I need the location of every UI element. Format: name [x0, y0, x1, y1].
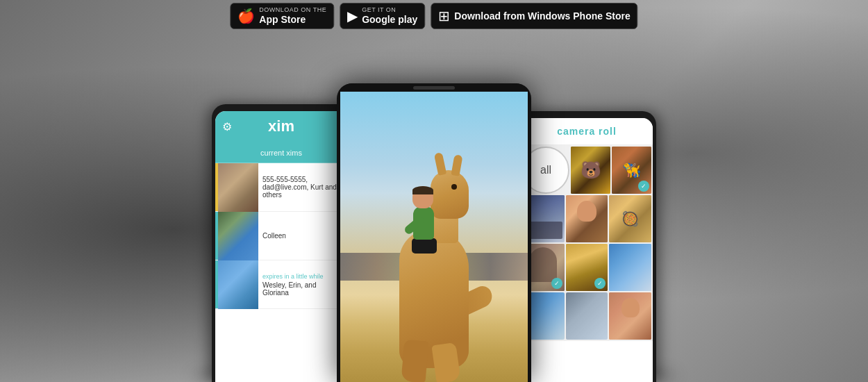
grid-cell[interactable]	[566, 195, 608, 242]
store-badges-container: 🍎 Download on the App Store ▶ GET IT ON …	[230, 0, 637, 32]
googleplay-large-label: Google play	[362, 14, 417, 26]
grid-cell[interactable]	[609, 292, 651, 340]
center-phone	[337, 83, 531, 382]
grid-row: all 🐻 🐾 ✓	[522, 147, 651, 194]
camera-roll-title: camera roll	[557, 126, 617, 137]
contact-thumbnail	[218, 212, 258, 260]
contact-info: Colleen	[258, 212, 347, 260]
contact-thumbnail	[218, 163, 258, 212]
xim-section-title: current xims	[260, 149, 302, 157]
left-phone: ⚙ xim current xims 555-555-5555, dad@liv…	[212, 104, 351, 382]
appstore-large-label: App Store	[259, 14, 326, 26]
google-play-icon: ▶	[347, 9, 358, 23]
contact-names: 555-555-5555, dad@live.com, Kurt and 5 o…	[262, 176, 343, 199]
kangaroo-leg-r	[431, 342, 460, 382]
grid-cell[interactable]: 🥘	[609, 195, 651, 242]
kangaroo-leg-l	[401, 340, 428, 382]
gear-icon[interactable]: ⚙	[222, 120, 232, 133]
grid-cell[interactable]	[609, 244, 651, 291]
appstore-small-label: Download on the	[259, 6, 326, 14]
apple-icon: 🍎	[237, 9, 255, 23]
rider	[406, 184, 444, 254]
check-badge: ✓	[638, 181, 649, 192]
contact-names: Wesley, Erin, and Gloriana	[262, 281, 343, 297]
grid-cell[interactable]: ✓	[566, 244, 608, 291]
googleplay-small-label: GET IT ON	[362, 6, 417, 14]
center-phone-screen	[340, 92, 528, 382]
list-item[interactable]: 555-555-5555, dad@live.com, Kurt and 5 o…	[215, 163, 347, 212]
phones-container: ⚙ xim current xims 555-555-5555, dad@liv…	[212, 83, 656, 382]
appstore-badge[interactable]: 🍎 Download on the App Store	[230, 3, 334, 29]
contact-info: expires in a little while Wesley, Erin, …	[258, 260, 347, 308]
xim-app-title: xim	[268, 117, 294, 135]
rider-shorts	[412, 238, 437, 254]
grid-row: ✓ ✓	[522, 244, 651, 291]
list-item[interactable]: expires in a little while Wesley, Erin, …	[215, 260, 347, 309]
rider-head	[412, 186, 433, 208]
right-phone-screen: camera roll all 🐻 🐾 ✓	[521, 118, 653, 382]
contact-thumbnail	[218, 260, 258, 309]
list-item[interactable]: Colleen	[215, 212, 347, 260]
grid-row: 🥘	[522, 195, 651, 242]
check-badge: ✓	[551, 278, 562, 289]
grid-cell[interactable]: 🐻	[571, 147, 610, 194]
grid-cell[interactable]: 🐾 ✓	[612, 147, 651, 194]
windowsphone-badge-text: Download from Windows Phone Store	[454, 10, 630, 22]
main-photo	[340, 92, 528, 382]
camera-roll-grid: all 🐻 🐾 ✓	[521, 145, 653, 341]
googleplay-badge[interactable]: ▶ GET IT ON Google play	[340, 3, 425, 29]
appstore-badge-text: Download on the App Store	[259, 6, 326, 26]
all-label: all	[540, 164, 551, 176]
kangaroo-eye	[451, 184, 457, 190]
phone-notch	[337, 83, 531, 92]
xim-section-header: current xims	[215, 142, 347, 163]
camera-roll-header: camera roll	[521, 118, 653, 145]
windowsphone-badge[interactable]: ⊞ Download from Windows Phone Store	[431, 3, 637, 29]
xim-app-header: ⚙ xim	[215, 111, 347, 142]
kangaroo-figure	[378, 174, 490, 382]
left-phone-screen: ⚙ xim current xims 555-555-5555, dad@liv…	[215, 111, 347, 382]
googleplay-badge-text: GET IT ON Google play	[362, 6, 417, 26]
contact-names: Colleen	[262, 232, 343, 240]
right-phone: camera roll all 🐻 🐾 ✓	[517, 111, 656, 382]
contact-info: 555-555-5555, dad@live.com, Kurt and 5 o…	[258, 163, 347, 211]
grid-row	[522, 292, 651, 340]
windowsphone-large-label: Download from Windows Phone Store	[454, 10, 630, 22]
windows-icon: ⊞	[438, 9, 450, 23]
rider-hair	[412, 186, 433, 194]
grid-cell[interactable]	[566, 292, 608, 340]
expiry-label: expires in a little while	[262, 273, 343, 280]
notch-bar	[413, 86, 455, 90]
